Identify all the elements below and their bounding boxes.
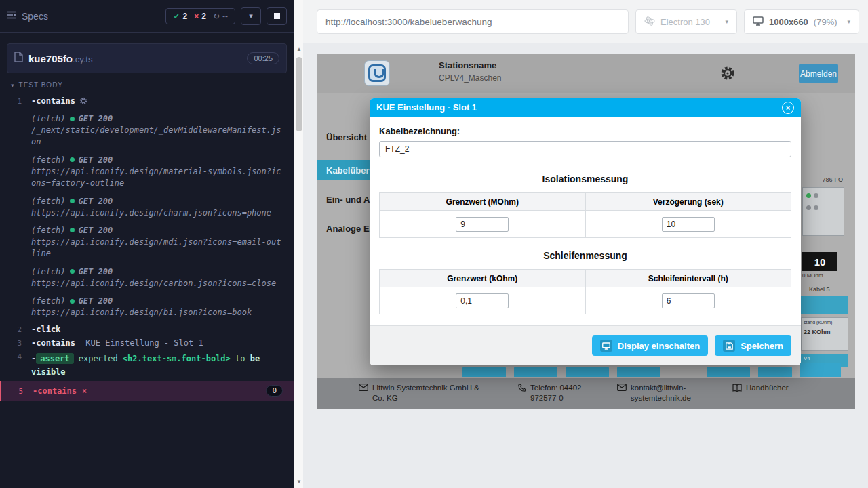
- viewport-size: 1000x660: [769, 17, 808, 27]
- chevron-down-icon: ▾: [249, 12, 253, 20]
- modal-title: KUE Einstellung - Slot 1: [376, 102, 477, 113]
- cable-name-input[interactable]: [379, 141, 791, 157]
- status-dot: [70, 269, 75, 274]
- book-icon: [732, 384, 742, 394]
- command-row-failed[interactable]: 5 -contains × 0: [0, 381, 294, 401]
- display-on-button[interactable]: Display einschalten: [592, 336, 708, 356]
- browser-name: Electron 130: [660, 17, 710, 27]
- test-body-label: TEST BODY: [19, 81, 64, 89]
- station-info: Stationsname CPLV4_Maschen: [439, 60, 502, 83]
- viewport-selector[interactable]: 1000x660 (79%) ▾: [744, 9, 859, 34]
- background-widget: Kabel 5: [809, 286, 843, 293]
- request-url: /_next/static/development/_devMiddleware…: [31, 125, 283, 148]
- status-dot: [70, 228, 75, 232]
- check-icon: ✓: [173, 12, 180, 21]
- request-url: https://api.iconify.design/carbon.json?i…: [31, 278, 283, 289]
- command-message: KUE Einstellung - Slot 1: [85, 338, 203, 348]
- command-row[interactable]: 3 -contains KUE Einstellung - Slot 1: [0, 336, 294, 350]
- scroll-down-arrow[interactable]: ▼: [294, 476, 304, 487]
- vertical-scrollbar[interactable]: ▲ ▼: [294, 0, 303, 488]
- failed-stat: ×2: [194, 12, 206, 21]
- request-url: https://api.iconify.design/material-symb…: [31, 166, 283, 190]
- background-widget: stand (kOhm) 22 KOhm: [801, 317, 848, 351]
- footer-email: kontakt@littwin-systemtechnik.de: [617, 383, 695, 403]
- save-button[interactable]: Speichern: [715, 336, 791, 356]
- gray-dot: [814, 193, 818, 198]
- chevron-down-icon: ▾: [847, 18, 850, 25]
- settings-gear-icon[interactable]: [720, 66, 735, 83]
- specs-list-icon: [7, 10, 17, 22]
- cypress-reporter: Specs ✓2 ×2 ↻-- ▾ kue705fo.cy.ts 00:25 ▾…: [0, 0, 294, 488]
- loop-section-title: Schleifenmessung: [379, 250, 791, 261]
- command-row[interactable]: 2 -click: [0, 323, 294, 336]
- mail-icon: [359, 384, 368, 403]
- request-url: https://api.iconify.design/charm.json?ic…: [31, 207, 283, 219]
- footer-manuals[interactable]: Handbücher: [732, 383, 807, 394]
- electron-icon: [644, 16, 655, 28]
- station-label: Stationsname: [439, 60, 502, 70]
- sidebar-item-analog-inputs[interactable]: Analoge Ei: [317, 224, 370, 234]
- background-widget: 0 MOhm: [802, 272, 843, 279]
- background-widget: 786-FO: [804, 176, 843, 183]
- specs-menu-button[interactable]: Specs: [7, 10, 48, 22]
- slot-tab: [707, 367, 750, 377]
- spec-file-row[interactable]: kue705fo.cy.ts 00:25: [7, 43, 287, 73]
- network-log[interactable]: (fetch)GET 200 https://api.iconify.desig…: [31, 267, 283, 289]
- isolation-table: Grenzwert (MOhm) Verzögerung (sek): [379, 192, 791, 238]
- sidebar-item-overview[interactable]: Übersicht: [317, 132, 370, 142]
- fail-x-icon: ×: [82, 386, 87, 396]
- column-header: Verzögerung (sek): [585, 193, 791, 211]
- sidebar-item-inputs-outputs[interactable]: Ein- und Au: [317, 195, 370, 205]
- slot-tab: [800, 363, 841, 377]
- kue-settings-modal: KUE Einstellung - Slot 1 × Kabelbezeichn…: [370, 98, 801, 365]
- cypress-url-bar: Electron 130 ▾ 1000x660 (79%) ▾: [303, 0, 868, 43]
- status-dot: [70, 299, 75, 304]
- cable-name-label: Kabelbezeichnung:: [379, 126, 791, 136]
- isolation-section-title: Isolationsmessung: [379, 174, 791, 184]
- network-log[interactable]: (fetch)GET 200 https://api.iconify.desig…: [31, 197, 283, 219]
- stop-icon: [274, 13, 280, 19]
- spec-timer: 00:25: [247, 52, 279, 64]
- iso-delay-input[interactable]: [662, 217, 715, 232]
- slot-tab: [462, 367, 506, 377]
- network-log[interactable]: (fetch)GET 200 https://api.iconify.desig…: [31, 296, 283, 319]
- specs-label: Specs: [22, 11, 48, 22]
- collapse-button[interactable]: ▾: [241, 7, 261, 25]
- url-input[interactable]: [326, 17, 620, 27]
- app-header: Stationsname CPLV4_Maschen Abmelden: [317, 54, 855, 93]
- network-log[interactable]: (fetch)GET 200 /_next/static/development…: [31, 114, 283, 148]
- pending-stat: ↻--: [213, 12, 228, 21]
- chevron-down-icon: ▾: [11, 82, 15, 89]
- passed-stat: ✓2: [173, 12, 187, 21]
- logout-button[interactable]: Abmelden: [799, 64, 838, 83]
- command-name: -contains: [33, 386, 77, 396]
- url-field-wrap: [317, 9, 629, 34]
- sidebar-item-cable-monitoring[interactable]: Kabelüberw: [317, 160, 370, 180]
- spec-file-icon: [14, 52, 23, 65]
- station-value: CPLV4_Maschen: [439, 73, 502, 83]
- reporter-header: Specs ✓2 ×2 ↻-- ▾: [0, 0, 294, 33]
- x-icon: ×: [194, 12, 199, 21]
- command-name: -click: [31, 325, 60, 334]
- footer-company: Littwin Systemtechnik GmbH & Co. KG: [359, 383, 484, 403]
- browser-selector[interactable]: Electron 130 ▾: [635, 9, 737, 34]
- scroll-up-arrow[interactable]: ▲: [294, 43, 304, 54]
- floppy-disk-icon: [723, 340, 735, 352]
- test-body-toggle[interactable]: ▾ TEST BODY: [0, 73, 294, 94]
- loop-interval-input[interactable]: [662, 293, 715, 308]
- monitor-icon: [600, 340, 612, 352]
- stop-button[interactable]: [267, 7, 287, 25]
- monitor-icon: [753, 16, 764, 28]
- scrollbar-thumb[interactable]: [296, 57, 302, 131]
- command-log: 1 -contains (fetch)GET 200 /_next/static…: [0, 94, 294, 401]
- command-row[interactable]: 4 -assert expected <h2.text-sm.font-bold…: [0, 350, 294, 382]
- gray-dot: [814, 205, 818, 210]
- loop-limit-input[interactable]: [456, 293, 509, 308]
- iso-limit-input[interactable]: [456, 217, 509, 232]
- network-log[interactable]: (fetch)GET 200 https://api.iconify.desig…: [31, 155, 283, 190]
- network-log[interactable]: (fetch)GET 200 https://api.iconify.desig…: [31, 226, 283, 260]
- command-row[interactable]: 1 -contains (fetch)GET 200 /_next/static…: [0, 94, 294, 323]
- footer-phone: Telefon: 04402 972577-0: [518, 383, 593, 403]
- status-dot: [70, 157, 75, 162]
- close-icon[interactable]: ×: [782, 102, 794, 114]
